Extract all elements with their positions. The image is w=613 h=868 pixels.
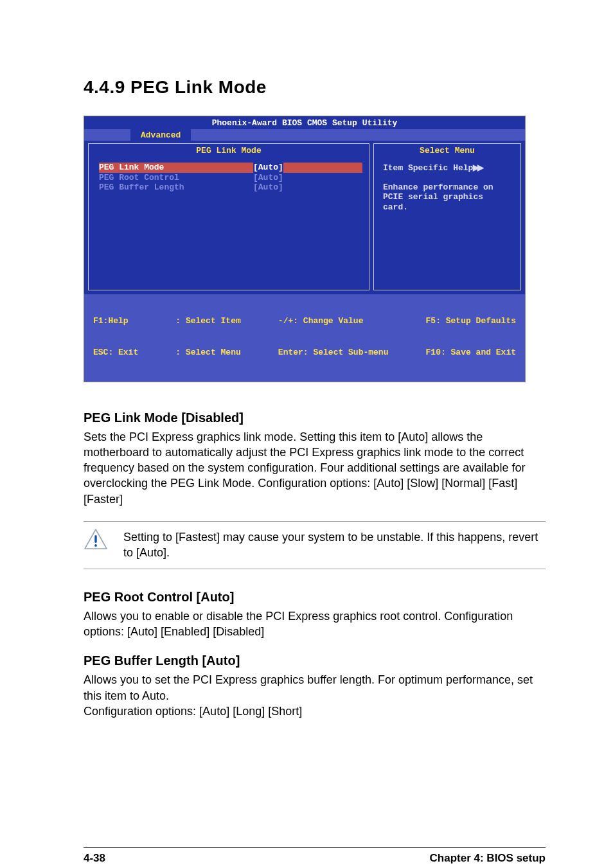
subheading-peg-buffer-length: PEG Buffer Length [Auto] [84,653,546,668]
bios-help-header: Item Specific Help [383,163,473,173]
body-peg-link-mode: Sets the PCI Express graphics link mode.… [84,429,546,507]
svg-rect-0 [94,535,96,543]
bios-item-value: [Auto] [253,182,283,193]
note-text: Setting to [Fastest] may cause your syst… [123,528,546,561]
bios-help-text: Enhance performance on PCIE serial graph… [383,182,513,213]
bios-help-panel: Select Menu Item Specific Help▶▶ Enhance… [373,143,521,290]
bios-item-label: PEG Root Control [99,173,253,183]
bios-item-label: PEG Buffer Length [99,182,253,193]
bios-footer-select-submenu: Enter: Select Sub-menu [278,348,389,358]
bios-tab-strip: Advanced [84,129,525,141]
bios-item-peg-root-control[interactable]: PEG Root Control [Auto] [99,173,362,183]
bios-footer-change-value: -/+: Change Value [278,316,389,326]
bios-item-peg-buffer-length[interactable]: PEG Buffer Length [Auto] [99,182,362,193]
bios-title: Phoenix-Award BIOS CMOS Setup Utility [84,116,525,129]
body-peg-buffer-length: Allows you to set the PCI Express graphi… [84,672,546,719]
bios-footer-exit: ESC: Exit [93,348,138,358]
bios-help-panel-title: Select Menu [374,144,520,158]
bios-item-label: PEG Link Mode [99,163,253,173]
chapter-label: Chapter 4: BIOS setup [430,852,546,865]
tab-advanced[interactable]: Advanced [130,129,191,141]
svg-point-1 [94,544,97,547]
bios-item-peg-link-mode[interactable]: PEG Link Mode [Auto] [99,163,362,173]
note-block: Setting to [Fastest] may cause your syst… [84,521,546,569]
bios-footer-save-exit: F10: Save and Exit [426,348,516,358]
caution-icon [84,528,108,550]
page-footer: 4-38 Chapter 4: BIOS setup [84,847,546,865]
subheading-peg-root-control: PEG Root Control [Auto] [84,590,546,605]
bios-screenshot: Phoenix-Award BIOS CMOS Setup Utility Ad… [84,116,526,382]
section-number-title: 4.4.9 PEG Link Mode [84,77,546,98]
bios-footer-select-item: : Select Item [175,316,240,326]
subheading-peg-link-mode: PEG Link Mode [Disabled] [84,411,546,425]
bios-footer-select-menu: : Select Menu [175,348,240,358]
bios-left-panel: PEG Link Mode PEG Link Mode [Auto] PEG R… [88,143,369,290]
bios-item-value: [Auto] [253,163,283,173]
bios-footer-bar: F1:Help ESC: Exit : Select Item : Select… [84,294,525,382]
chevron-right-double-icon: ▶▶ [473,163,482,172]
bios-footer-help: F1:Help [93,316,138,326]
body-peg-root-control: Allows you to enable or disable the PCI … [84,608,546,640]
page-number: 4-38 [84,852,105,865]
bios-footer-setup-defaults: F5: Setup Defaults [426,316,516,326]
bios-item-value: [Auto] [253,173,283,183]
bios-left-panel-title: PEG Link Mode [89,144,369,158]
